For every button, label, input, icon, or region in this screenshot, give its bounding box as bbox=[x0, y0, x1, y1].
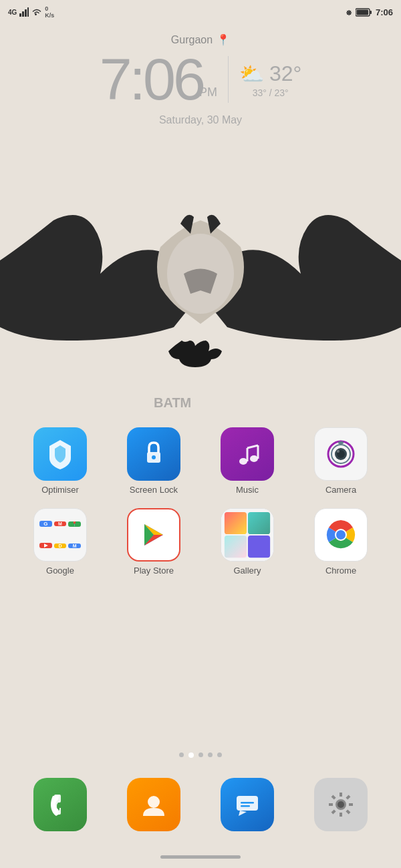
svg-text:BATM: BATM bbox=[154, 395, 191, 410]
phone-icon bbox=[33, 778, 87, 831]
optimiser-label: Optimiser bbox=[41, 485, 79, 495]
svg-rect-5 bbox=[370, 11, 372, 14]
svg-point-20 bbox=[337, 450, 340, 453]
clock-ampm: PM bbox=[199, 85, 217, 99]
weather-temp: 32° bbox=[269, 61, 301, 86]
page-dot-2 bbox=[188, 752, 194, 758]
data-speed: 0K/s bbox=[45, 5, 54, 19]
screenlock-icon bbox=[127, 427, 180, 481]
svg-rect-28 bbox=[248, 512, 270, 534]
app-chrome[interactable]: Chrome bbox=[304, 508, 378, 576]
app-gallery[interactable]: Gallery bbox=[211, 508, 284, 576]
svg-rect-37 bbox=[241, 805, 250, 807]
chrome-icon bbox=[314, 508, 368, 562]
playstore-icon[interactable] bbox=[127, 508, 180, 562]
svg-line-44 bbox=[347, 811, 350, 813]
clock-section: Gurgaon 📍 7:06 PM ⛅ 32° 33° / 23° Saturd… bbox=[0, 33, 401, 126]
settings-icon bbox=[314, 778, 368, 831]
music-label: Music bbox=[236, 485, 259, 495]
svg-line-15 bbox=[247, 445, 258, 448]
svg-rect-6 bbox=[356, 9, 368, 15]
svg-point-47 bbox=[338, 801, 344, 808]
google-folder-icon: G M 📍 ▶ D M bbox=[33, 508, 87, 562]
dock-contacts[interactable] bbox=[127, 778, 180, 831]
app-optimiser[interactable]: Optimiser bbox=[23, 427, 97, 495]
svg-rect-21 bbox=[338, 441, 344, 444]
svg-line-46 bbox=[332, 811, 335, 813]
gallery-label: Gallery bbox=[233, 566, 261, 576]
weather-section: ⛅ 32° 33° / 23° bbox=[239, 61, 301, 98]
messages-icon bbox=[221, 778, 274, 831]
music-icon bbox=[221, 427, 274, 481]
chrome-label: Chrome bbox=[325, 566, 356, 576]
app-screenlock[interactable]: Screen Lock bbox=[117, 427, 190, 495]
home-indicator[interactable] bbox=[160, 855, 241, 859]
svg-rect-30 bbox=[248, 535, 270, 558]
battery-icon bbox=[356, 8, 372, 17]
camera-label: Camera bbox=[325, 485, 356, 495]
bluetooth-icon: ⎈ bbox=[346, 7, 352, 17]
dock bbox=[0, 778, 401, 831]
playstore-label: Play Store bbox=[134, 566, 174, 576]
google-label: Google bbox=[46, 566, 74, 576]
page-dots bbox=[0, 752, 401, 758]
batman-wallpaper: BATM bbox=[0, 207, 401, 434]
svg-rect-2 bbox=[25, 9, 27, 17]
svg-line-43 bbox=[332, 796, 335, 799]
svg-point-12 bbox=[250, 455, 258, 462]
gallery-icon bbox=[221, 508, 274, 562]
page-dot-1 bbox=[179, 752, 184, 757]
svg-point-33 bbox=[336, 530, 346, 539]
svg-line-45 bbox=[347, 796, 350, 799]
weather-icon: ⛅ bbox=[239, 62, 264, 85]
status-right: ⎈ 7:06 bbox=[346, 7, 393, 17]
page-dot-5 bbox=[217, 752, 222, 757]
wifi-icon bbox=[31, 8, 42, 16]
weather-range: 33° / 23° bbox=[253, 87, 289, 98]
dock-settings[interactable] bbox=[314, 778, 368, 831]
clock-divider bbox=[228, 56, 229, 103]
location-row: Gurgaon 📍 bbox=[171, 33, 230, 46]
location-text: Gurgaon bbox=[171, 34, 213, 46]
status-bar: 4G 0K/s ⎈ 7:06 bbox=[0, 0, 401, 24]
svg-point-11 bbox=[239, 458, 247, 465]
app-row-2: G M 📍 ▶ D M Google Play Store bbox=[13, 508, 388, 576]
app-playstore[interactable]: Play Store bbox=[117, 508, 190, 576]
svg-rect-36 bbox=[241, 802, 254, 804]
app-grid: Optimiser Screen Lock bbox=[0, 421, 401, 596]
location-pin-icon: 📍 bbox=[217, 33, 230, 46]
svg-point-34 bbox=[148, 796, 160, 808]
app-google[interactable]: G M 📍 ▶ D M Google bbox=[23, 508, 97, 576]
page-dot-4 bbox=[208, 752, 213, 757]
contacts-icon bbox=[127, 778, 180, 831]
app-camera[interactable]: Camera bbox=[304, 427, 378, 495]
carrier-text: 4G bbox=[8, 9, 17, 16]
svg-rect-3 bbox=[27, 7, 29, 17]
svg-rect-27 bbox=[225, 512, 247, 534]
camera-icon bbox=[314, 427, 368, 481]
app-music[interactable]: Music bbox=[211, 427, 284, 495]
clock-time: 7:06 bbox=[100, 50, 203, 109]
status-left: 4G 0K/s bbox=[8, 5, 54, 19]
clock-weather-row: 7:06 PM ⛅ 32° 33° / 23° bbox=[100, 50, 302, 109]
svg-rect-29 bbox=[225, 535, 247, 558]
time-display: 7:06 bbox=[376, 7, 393, 17]
date-text: Saturday, 30 May bbox=[159, 114, 242, 126]
dock-phone[interactable] bbox=[33, 778, 87, 831]
signal-icon bbox=[19, 7, 29, 17]
screenlock-label: Screen Lock bbox=[130, 485, 178, 495]
svg-point-10 bbox=[152, 455, 156, 459]
optimiser-icon bbox=[33, 427, 87, 481]
dock-messages[interactable] bbox=[221, 778, 274, 831]
svg-rect-1 bbox=[22, 11, 24, 17]
page-dot-3 bbox=[198, 752, 203, 757]
svg-rect-0 bbox=[19, 13, 21, 17]
app-row-1: Optimiser Screen Lock bbox=[13, 427, 388, 495]
